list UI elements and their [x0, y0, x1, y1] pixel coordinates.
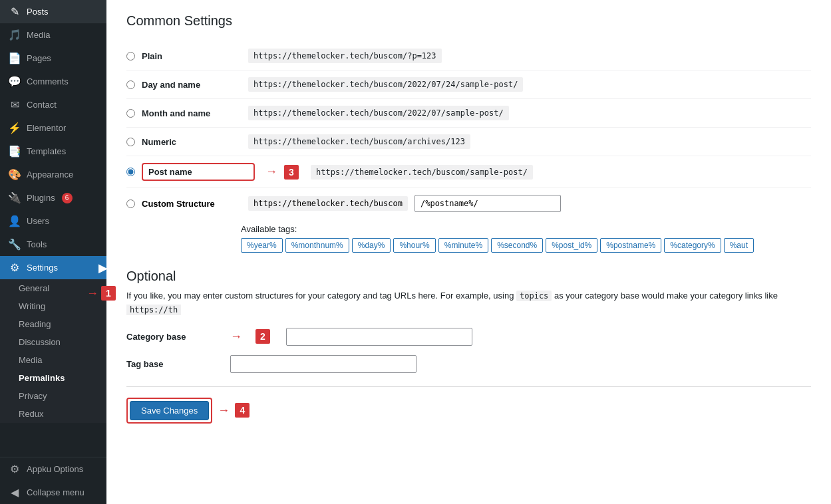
url-day-name: https://themelocker.tech/buscom/2022/07/… [248, 77, 523, 92]
sidebar-item-users[interactable]: 👤 Users [0, 209, 106, 233]
badge-2: 2 [255, 329, 270, 344]
sidebar-item-contact[interactable]: ✉ Contact [0, 93, 106, 116]
appku-icon: ⚙ [8, 463, 21, 475]
tag-monthnum[interactable]: %monthnum% [285, 238, 349, 253]
sidebar-item-media[interactable]: 🎵 Media [0, 23, 106, 47]
submenu-redux[interactable]: Redux [0, 405, 106, 423]
url-plain: https://themelocker.tech/buscom/?p=123 [248, 49, 442, 63]
optional-code: topics [516, 291, 552, 301]
radio-month-name[interactable] [126, 109, 135, 118]
permalink-option-post-name: Post name → 3 https://themelocker.tech/b… [126, 156, 811, 188]
plugins-icon: 🔌 [8, 191, 21, 204]
tag-day[interactable]: %day% [352, 238, 391, 253]
section-title: Common Settings [126, 13, 811, 29]
label-post-name[interactable]: Post name [148, 167, 248, 177]
badge-3: 3 [284, 165, 299, 180]
custom-url-prefix: https://themelocker.tech/buscom [248, 196, 408, 211]
sidebar-item-appearance[interactable]: 🎨 Appearance [0, 163, 106, 186]
tag-year[interactable]: %year% [241, 238, 283, 253]
sidebar-item-templates[interactable]: 📑 Templates [0, 140, 106, 163]
permalink-option-month-name: Month and name https://themelocker.tech/… [126, 99, 811, 128]
permalink-option-custom: Custom Structure https://themelocker.tec… [126, 188, 811, 219]
tag-base-label: Tag base [126, 359, 220, 369]
posts-icon: ✎ [8, 5, 21, 18]
available-tags-label: Available tags: [126, 224, 811, 234]
save-button[interactable]: Save Changes [130, 401, 209, 420]
tag-hour[interactable]: %hour% [393, 238, 435, 253]
sidebar: ✎ Posts 🎵 Media 📄 Pages 💬 Comments ✉ Con… [0, 0, 106, 504]
tags-row: %year% %monthnum% %day% %hour% %minute% … [126, 238, 811, 253]
optional-url-example: https://th [126, 305, 181, 315]
optional-title: Optional [126, 269, 811, 284]
tag-second[interactable]: %second% [491, 238, 543, 253]
tag-post-id[interactable]: %post_id% [546, 238, 597, 253]
tag-aut[interactable]: %aut [724, 238, 754, 253]
category-base-row: Category base → 2 [126, 328, 811, 346]
sidebar-item-settings[interactable]: ⚙ Settings ▶ [0, 256, 106, 279]
submenu-writing[interactable]: Writing [0, 297, 106, 315]
sidebar-bottom: ⚙ Appku Options ◀ Collapse menu [0, 457, 106, 504]
save-row: Save Changes → 4 [126, 398, 249, 424]
settings-icon: ⚙ [8, 261, 21, 274]
badge-4: 4 [235, 403, 249, 418]
tag-base-input[interactable] [230, 355, 416, 373]
settings-submenu: General Writing Reading Discussion Media… [0, 279, 106, 423]
tag-minute[interactable]: %minute% [438, 238, 488, 253]
radio-numeric[interactable] [126, 138, 135, 146]
sidebar-item-elementor[interactable]: ⚡ Elementor [0, 116, 106, 140]
sidebar-item-tools[interactable]: 🔧 Tools [0, 233, 106, 256]
tag-base-row: Tag base [126, 355, 811, 373]
comments-icon: 💬 [8, 75, 21, 88]
optional-desc: If you like, you may enter custom struct… [126, 289, 811, 317]
appearance-icon: 🎨 [8, 168, 21, 181]
custom-url-input[interactable] [415, 195, 561, 212]
label-custom[interactable]: Custom Structure [142, 199, 242, 209]
radio-post-name[interactable] [126, 168, 135, 176]
submenu-media[interactable]: Media [0, 351, 106, 369]
submenu-permalinks[interactable]: Permalinks [0, 369, 106, 387]
pages-icon: 📄 [8, 52, 21, 64]
users-icon: 👤 [8, 215, 21, 227]
sidebar-item-collapse[interactable]: ◀ Collapse menu [0, 481, 106, 504]
submenu-reading[interactable]: Reading [0, 315, 106, 333]
sidebar-item-comments[interactable]: 💬 Comments [0, 70, 106, 93]
radio-day-name[interactable] [126, 80, 135, 89]
arrow-4: → [218, 404, 230, 418]
url-post-name: https://themelocker.tech/buscom/sample-p… [311, 165, 533, 180]
arrow-2: → [230, 330, 242, 344]
plugins-badge: 6 [62, 193, 73, 203]
sidebar-item-pages[interactable]: 📄 Pages [0, 47, 106, 70]
sidebar-item-appku[interactable]: ⚙ Appku Options [0, 457, 106, 481]
submenu-privacy[interactable]: Privacy [0, 387, 106, 405]
url-numeric: https://themelocker.tech/buscom/archives… [248, 134, 470, 149]
permalink-option-numeric: Numeric https://themelocker.tech/buscom/… [126, 128, 811, 156]
label-day-name[interactable]: Day and name [142, 80, 242, 90]
save-area: Save Changes → 4 [126, 386, 811, 424]
post-name-box: Post name [142, 163, 255, 181]
sidebar-item-plugins[interactable]: 🔌 Plugins 6 [0, 186, 106, 209]
radio-plain[interactable] [126, 52, 135, 61]
category-base-label: Category base [126, 332, 220, 342]
permalink-option-plain: Plain https://themelocker.tech/buscom/?p… [126, 42, 811, 70]
main-content: Common Settings Plain https://themelocke… [106, 0, 831, 504]
permalink-option-day-name: Day and name https://themelocker.tech/bu… [126, 70, 811, 99]
label-numeric[interactable]: Numeric [142, 137, 242, 147]
label-month-name[interactable]: Month and name [142, 108, 242, 118]
media-icon: 🎵 [8, 29, 21, 41]
tag-category[interactable]: %category% [664, 238, 721, 253]
submenu-general[interactable]: General [0, 279, 106, 297]
collapse-icon: ◀ [8, 486, 21, 499]
label-plain[interactable]: Plain [142, 51, 242, 61]
tools-icon: 🔧 [8, 238, 21, 251]
submenu-discussion[interactable]: Discussion [0, 333, 106, 351]
radio-custom[interactable] [126, 199, 135, 208]
sidebar-item-posts[interactable]: ✎ Posts [0, 0, 106, 23]
content-area: Common Settings Plain https://themelocke… [106, 0, 831, 504]
save-button-box: Save Changes [126, 398, 212, 424]
elementor-icon: ⚡ [8, 122, 21, 134]
arrow-3: → [265, 165, 277, 179]
category-base-input[interactable] [286, 328, 472, 346]
url-month-name: https://themelocker.tech/buscom/2022/07/… [248, 106, 509, 120]
tag-postname[interactable]: %postname% [600, 238, 661, 253]
templates-icon: 📑 [8, 145, 21, 158]
